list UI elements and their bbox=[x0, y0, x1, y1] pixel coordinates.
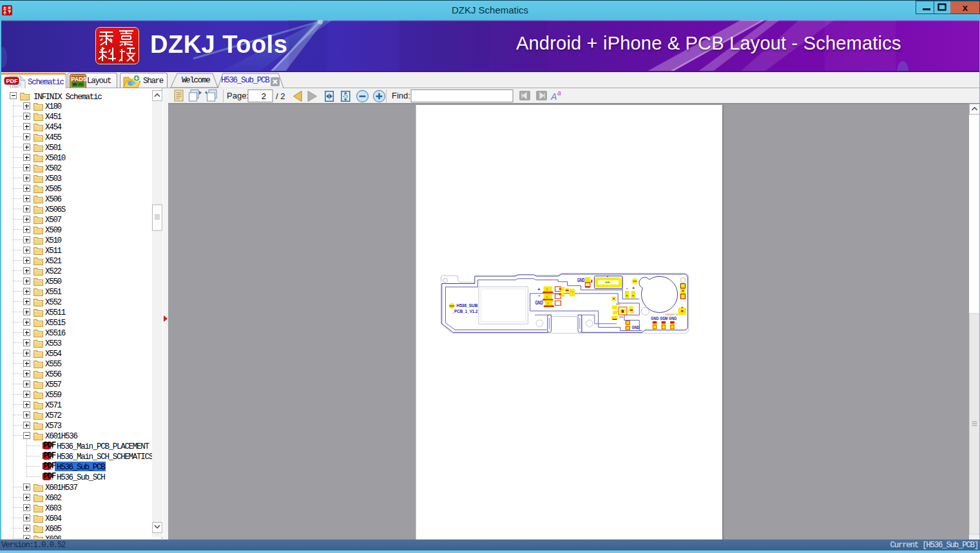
svg-text:PADS: PADS bbox=[72, 76, 87, 82]
svg-text:+: + bbox=[537, 286, 541, 292]
svg-text:INFINIX Schematic: INFINIX Schematic bbox=[34, 93, 102, 102]
svg-text:X556: X556 bbox=[45, 370, 62, 379]
svg-text:H536_Main_SCH_SCHEMATICS: H536_Main_SCH_SCHEMATICS bbox=[57, 453, 153, 462]
svg-text:X5515: X5515 bbox=[45, 319, 66, 328]
svg-text:2: 2 bbox=[262, 91, 266, 101]
svg-text:X454: X454 bbox=[45, 123, 62, 132]
svg-text:B2B: B2B bbox=[606, 281, 610, 284]
svg-text:GND: GND bbox=[632, 324, 640, 330]
svg-text:X506: X506 bbox=[45, 195, 62, 204]
svg-text:X554: X554 bbox=[45, 350, 62, 359]
svg-text:X601H537: X601H537 bbox=[45, 483, 77, 492]
svg-text:X550: X550 bbox=[45, 277, 62, 286]
svg-text:X604: X604 bbox=[45, 514, 62, 523]
svg-text:GSM: GSM bbox=[660, 315, 668, 321]
svg-text:H536_Main_PCB_PLACEMENT: H536_Main_PCB_PLACEMENT bbox=[57, 442, 149, 451]
svg-text:X180: X180 bbox=[45, 102, 62, 111]
svg-text:X553: X553 bbox=[45, 339, 62, 348]
svg-text:Welcome: Welcome bbox=[182, 76, 210, 85]
svg-text:X521: X521 bbox=[45, 257, 62, 266]
svg-text:H536_Sub_PCB: H536_Sub_PCB bbox=[57, 463, 106, 472]
svg-text:X601H536: X601H536 bbox=[45, 432, 77, 441]
svg-text:X509: X509 bbox=[45, 226, 62, 235]
svg-text:+: + bbox=[632, 286, 635, 290]
svg-text:GSM ANT J2: GSM ANT J2 bbox=[665, 314, 678, 316]
svg-text:x: x bbox=[963, 2, 968, 13]
svg-text:X506S: X506S bbox=[45, 205, 66, 214]
svg-text:X502: X502 bbox=[45, 164, 62, 173]
svg-text:X507: X507 bbox=[45, 216, 62, 225]
svg-text:X522: X522 bbox=[45, 267, 62, 276]
svg-text:GND: GND bbox=[651, 315, 658, 321]
svg-text:X571: X571 bbox=[45, 401, 62, 410]
svg-text:X505: X505 bbox=[45, 185, 62, 194]
svg-text:PDF: PDF bbox=[6, 78, 19, 84]
svg-text:X5516: X5516 bbox=[45, 329, 66, 338]
svg-text:X606: X606 bbox=[45, 535, 62, 539]
svg-text:H536_SUB: H536_SUB bbox=[457, 303, 479, 308]
svg-text:X455: X455 bbox=[45, 133, 62, 142]
svg-text:H536_Sub_PCB: H536_Sub_PCB bbox=[221, 76, 270, 85]
svg-text:X510: X510 bbox=[45, 236, 62, 245]
svg-text:_PCB_1_V1.2: _PCB_1_V1.2 bbox=[452, 308, 478, 314]
svg-text:X451: X451 bbox=[45, 113, 62, 122]
svg-text:R20: R20 bbox=[616, 303, 620, 306]
svg-text:X511: X511 bbox=[45, 247, 62, 256]
svg-text:X572: X572 bbox=[45, 411, 62, 420]
svg-text:-: - bbox=[539, 292, 541, 299]
svg-text:GND: GND bbox=[577, 277, 585, 283]
svg-text:X605: X605 bbox=[45, 525, 62, 534]
svg-text:X5010: X5010 bbox=[45, 154, 66, 163]
svg-text:X551: X551 bbox=[45, 288, 62, 297]
svg-text:X5511: X5511 bbox=[45, 308, 66, 317]
svg-text:X501: X501 bbox=[45, 144, 62, 153]
svg-text:X503: X503 bbox=[45, 174, 62, 183]
svg-text:Find:: Find: bbox=[392, 91, 410, 100]
svg-text:MIC: MIC bbox=[620, 316, 624, 319]
svg-text:X552: X552 bbox=[45, 298, 62, 307]
svg-text:Page:: Page: bbox=[227, 91, 249, 100]
svg-text:H536_Sub_SCH: H536_Sub_SCH bbox=[57, 473, 105, 482]
svg-text:a: a bbox=[557, 89, 561, 97]
svg-text:X555: X555 bbox=[45, 360, 62, 369]
svg-text:X559: X559 bbox=[45, 391, 62, 400]
svg-text:X557: X557 bbox=[45, 380, 62, 389]
svg-text:GND: GND bbox=[535, 299, 544, 306]
svg-text:/ 2: / 2 bbox=[276, 91, 285, 101]
svg-text:GND: GND bbox=[669, 315, 677, 321]
svg-text:A: A bbox=[550, 91, 557, 102]
svg-text:X603: X603 bbox=[45, 504, 62, 513]
svg-text:X573: X573 bbox=[45, 422, 62, 431]
svg-text:X602: X602 bbox=[45, 494, 62, 503]
